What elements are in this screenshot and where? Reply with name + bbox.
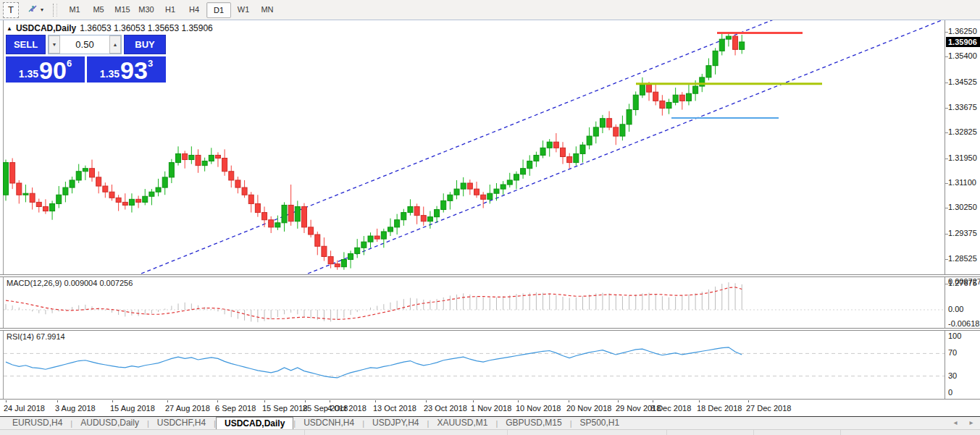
- candle-body: [136, 199, 141, 202]
- candle-body: [355, 248, 360, 253]
- candle-body: [640, 85, 645, 95]
- sell-button[interactable]: SELL: [6, 35, 46, 54]
- candle-body: [686, 93, 691, 101]
- timeframe-button-m30[interactable]: M30: [135, 2, 158, 17]
- price-tick-mark: [945, 83, 948, 83]
- statusbar-separator: [304, 430, 305, 435]
- candle-body: [103, 186, 108, 192]
- candle-body: [17, 183, 22, 195]
- date-tick-label: 23 Oct 2018: [424, 404, 467, 413]
- candle-body: [23, 193, 28, 195]
- tab-usdcnh[interactable]: USDCNH,H4: [296, 417, 362, 429]
- tab-eurusd[interactable]: EURUSD,H4: [4, 417, 70, 429]
- candle-body: [448, 195, 453, 200]
- candle-body: [726, 36, 731, 39]
- rsi-axis-label: 70: [948, 348, 957, 357]
- price-tick-label: 1.34525: [948, 77, 977, 86]
- date-tick-mark: [653, 400, 653, 402]
- date-tick-mark: [305, 400, 306, 402]
- statusbar-separator: [840, 430, 841, 435]
- statusbar-separator: [507, 430, 508, 435]
- candle-body: [229, 172, 234, 180]
- buy-button[interactable]: BUY: [124, 35, 166, 54]
- price-tick-mark: [945, 32, 948, 33]
- price-tick-mark: [945, 108, 948, 109]
- candle-body: [222, 159, 227, 172]
- candle-body: [501, 185, 506, 189]
- candle-body: [374, 236, 380, 239]
- tab-sp500[interactable]: SP500,H1: [572, 417, 628, 429]
- date-tick-label: 8 Dec 2018: [650, 404, 691, 413]
- timeframe-button-row: M1M5M15M30H1H4D1W1MN: [63, 2, 279, 18]
- tab-usdchf[interactable]: USDCHF,H4: [149, 417, 214, 429]
- trading-terminal-window: { "toolbar": { "text_tool_label": "T", "…: [0, 0, 980, 435]
- volume-input[interactable]: [60, 35, 109, 54]
- candle-body: [361, 242, 367, 248]
- tab-gbpusd[interactable]: GBPUSD,M15: [498, 417, 569, 429]
- candle-body: [50, 203, 55, 211]
- tab-xauusd[interactable]: XAUUSD,M1: [429, 417, 495, 429]
- rsi-axis-label: 30: [948, 371, 957, 380]
- timeframe-button-d1[interactable]: D1: [206, 2, 231, 18]
- timeframe-button-m5[interactable]: M5: [87, 2, 110, 17]
- candle-body: [368, 236, 373, 242]
- collapse-trade-panel-icon[interactable]: ▲: [7, 25, 12, 32]
- volume-increase-button[interactable]: ▲: [109, 35, 121, 54]
- candle-body: [593, 127, 598, 136]
- timeframe-button-m15[interactable]: M15: [111, 2, 134, 17]
- volume-decrease-button[interactable]: ▼: [49, 35, 60, 54]
- text-label-tool-button[interactable]: T: [3, 2, 19, 18]
- candle-body: [435, 210, 440, 217]
- tab-audusd[interactable]: AUDUSD,Daily: [72, 417, 147, 429]
- tab-scroll-right-icon[interactable]: ▸: [966, 418, 976, 426]
- sell-price-big-digits: 90: [39, 59, 67, 82]
- candle-body: [740, 42, 745, 49]
- candle-body: [706, 66, 711, 77]
- candle-body: [467, 183, 472, 189]
- date-tick-label: 15 Aug 2018: [110, 404, 155, 413]
- candle-body: [83, 169, 88, 172]
- sell-price-display[interactable]: 1.35 90 6: [6, 56, 85, 83]
- candle-body: [335, 264, 340, 267]
- timeframe-button-m1[interactable]: M1: [63, 2, 86, 17]
- sell-price-prefix: 1.35: [19, 68, 38, 80]
- price-tick-mark: [945, 234, 948, 235]
- candle-body: [613, 127, 619, 136]
- candle-body: [143, 196, 148, 202]
- pointer-mode-button[interactable]: ▾: [25, 2, 46, 18]
- crossed-arrows-icon: [27, 4, 38, 17]
- candle-body: [315, 235, 320, 246]
- chart-tab-bar: EURUSD,H4|AUDUSD,Daily|USDCHF,H4|USDCAD,…: [0, 416, 980, 429]
- rsi-dateaxis-divider: [0, 399, 980, 400]
- candle-body: [70, 180, 75, 187]
- candle-body: [647, 85, 652, 92]
- timeframe-button-w1[interactable]: W1: [232, 2, 255, 17]
- timeframe-button-h1[interactable]: H1: [159, 2, 182, 17]
- price-tick-label: 1.28525: [948, 254, 977, 263]
- price-tick-label: 1.33675: [948, 103, 977, 111]
- candle-body: [202, 161, 207, 166]
- buy-price-display[interactable]: 1.35 93 3: [87, 56, 166, 83]
- date-tick-label: 20 Nov 2018: [566, 404, 611, 413]
- candle-body: [395, 220, 400, 227]
- timeframe-button-mn[interactable]: MN: [256, 2, 279, 17]
- candle-body: [381, 232, 386, 239]
- candle-body: [401, 213, 406, 220]
- candle-body: [215, 155, 220, 158]
- candle-body: [309, 227, 314, 235]
- timeframe-button-h4[interactable]: H4: [183, 2, 206, 17]
- tab-usdjpy[interactable]: USDJPY,H4: [364, 417, 427, 429]
- tab-scroll-left-icon[interactable]: ◂: [950, 418, 960, 426]
- tab-usdcad[interactable]: USDCAD,Daily: [216, 417, 293, 430]
- macd-axis-label: 0.009727: [948, 277, 980, 286]
- candle-body: [653, 92, 658, 101]
- candle-body: [733, 36, 738, 49]
- candle-body: [4, 163, 9, 195]
- candle-body: [561, 148, 566, 156]
- date-tick-label: 18 Dec 2018: [697, 404, 742, 413]
- price-tick-label: 1.30250: [948, 203, 977, 211]
- candle-body: [176, 153, 181, 162]
- date-tick-mark: [618, 400, 619, 402]
- rsi-indicator-canvas[interactable]: [0, 331, 946, 399]
- macd-indicator-canvas[interactable]: [0, 277, 946, 328]
